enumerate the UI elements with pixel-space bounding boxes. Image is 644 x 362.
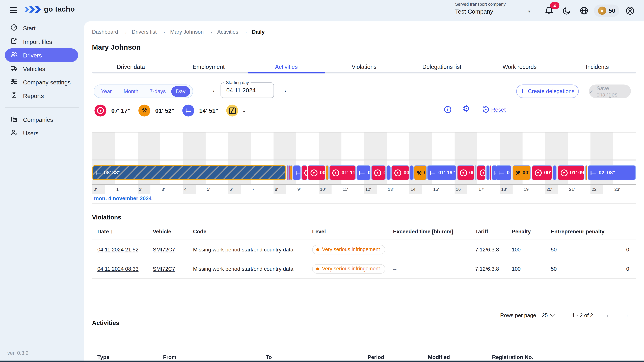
- breadcrumb-dashboard[interactable]: Dashboard: [92, 29, 118, 35]
- violation-date-link[interactable]: 04.11.2024 08:33: [97, 266, 138, 272]
- timeline-segment-driving[interactable]: 01' 09'': [558, 165, 585, 180]
- timeline-segment-driving[interactable]: 00: [457, 165, 474, 180]
- sidebar-item-drivers[interactable]: Drivers: [5, 48, 78, 62]
- sidebar-item-import-files[interactable]: Import files: [5, 35, 78, 48]
- rows-per-page-select[interactable]: 25: [542, 312, 554, 318]
- timeline-segment-rest[interactable]: 01' 19'': [427, 165, 456, 180]
- column-header-period[interactable]: Period: [368, 354, 428, 360]
- timeline-segment-work[interactable]: [475, 165, 476, 180]
- timeline-segment-rest-hatched[interactable]: 08' 33'': [92, 165, 286, 180]
- language-globe-icon[interactable]: [580, 6, 589, 15]
- summary-value: -: [243, 107, 245, 114]
- column-header-to[interactable]: To: [266, 354, 368, 360]
- violation-vehicle-link[interactable]: SMI72C7: [153, 266, 175, 272]
- segment-duration-label: 01' 11'': [342, 170, 356, 176]
- timeline-segment-rest[interactable]: [553, 165, 556, 180]
- arrow-right-icon: →: [242, 29, 248, 35]
- breadcrumb-drivers-list[interactable]: Drivers list: [132, 29, 157, 35]
- chart-date-label[interactable]: mon. 4 november 2024: [94, 195, 152, 201]
- timeline-segment-driving[interactable]: [490, 165, 491, 180]
- timeline-segment-work[interactable]: [326, 165, 329, 180]
- timeline-segment-driving[interactable]: [288, 165, 290, 180]
- period-option-day[interactable]: Day: [171, 86, 190, 97]
- axis-tick: 22': [592, 186, 598, 191]
- gear-icon[interactable]: ⚙: [462, 104, 470, 113]
- summary-value: 14' 51'': [199, 107, 218, 114]
- account-icon[interactable]: [626, 6, 634, 15]
- column-header-registration[interactable]: Registration No.: [492, 354, 613, 360]
- timeline-segment-rest[interactable]: 0: [356, 165, 370, 180]
- violation-level-badge: Very serious infringement: [312, 245, 385, 254]
- column-header-modified[interactable]: Modified: [428, 354, 492, 360]
- timeline-segment-driving[interactable]: 01' 11'': [329, 165, 356, 180]
- tab-active-indicator: [248, 72, 325, 73]
- timeline-segment-driving[interactable]: 00: [391, 165, 409, 180]
- sidebar-item-label: Vehicles: [23, 65, 45, 72]
- sidebar-item-company-settings[interactable]: Company settings: [5, 76, 78, 89]
- violation-date-link[interactable]: 04.11.2024 21:52: [97, 246, 138, 253]
- column-header-type[interactable]: Type: [97, 354, 163, 360]
- sidebar-item-start[interactable]: Start: [5, 21, 78, 35]
- next-day-arrow[interactable]: →: [280, 86, 288, 94]
- starting-day-field[interactable]: Starting day: [220, 82, 274, 98]
- column-header-date[interactable]: Date ↓: [97, 228, 153, 234]
- segment-duration-label: 00': [544, 170, 551, 176]
- column-header-vehicle[interactable]: Vehicle: [153, 228, 193, 234]
- timeline-segment-work[interactable]: [585, 165, 587, 180]
- column-header-exceeded[interactable]: Exceeded time [hh:mm]: [393, 228, 475, 234]
- timeline-segment-work[interactable]: [290, 165, 292, 180]
- sidebar-item-reports[interactable]: Reports: [5, 89, 78, 103]
- timeline-segment-work[interactable]: ⚒00': [512, 165, 531, 180]
- starting-day-input[interactable]: [226, 87, 270, 94]
- info-icon[interactable]: [444, 105, 452, 114]
- sidebar-item-vehicles[interactable]: Vehicles: [5, 62, 78, 76]
- period-option-month[interactable]: Month: [118, 88, 144, 94]
- breadcrumb-driver[interactable]: Mary Johnson: [170, 29, 204, 35]
- prev-day-arrow[interactable]: ←: [212, 86, 218, 94]
- create-delegations-button[interactable]: + Create delegations: [516, 84, 578, 98]
- timeline-segment-work[interactable]: ⚒0: [414, 165, 427, 180]
- period-option-7-days[interactable]: 7-days: [144, 88, 172, 94]
- axis-tick: 12': [365, 186, 371, 191]
- violation-code: Missing work period start/end country da…: [193, 246, 312, 253]
- company-select[interactable]: Served transport company Test Company ▼: [455, 2, 532, 18]
- credits-pill[interactable]: » 50: [594, 4, 619, 17]
- column-header-level[interactable]: Level: [312, 228, 393, 234]
- pagination-prev-button[interactable]: ←: [606, 311, 612, 319]
- column-header-entrepreneur-penalty[interactable]: Entrepreneur penalty: [551, 228, 612, 234]
- column-header-penalty[interactable]: Penalty: [512, 228, 551, 234]
- timeline-segment-driving[interactable]: 00': [308, 165, 325, 180]
- timeline-segment-driving[interactable]: 0: [371, 165, 386, 180]
- violations-header-row: Date ↓ Vehicle Code Level Exceeded time …: [92, 223, 636, 240]
- column-header-from[interactable]: From: [163, 354, 266, 360]
- column-header-tariff[interactable]: Tariff: [475, 228, 512, 234]
- reset-button[interactable]: Reset: [491, 107, 506, 113]
- reset-icon[interactable]: [482, 105, 490, 114]
- dark-mode-moon-icon[interactable]: [562, 6, 572, 15]
- timeline-segment-rest[interactable]: 0: [496, 165, 511, 180]
- pagination-next-button[interactable]: →: [623, 311, 629, 319]
- menu-icon[interactable]: [10, 7, 17, 13]
- axis-tick: 9': [297, 186, 300, 191]
- timeline-segment-rest[interactable]: [486, 165, 490, 180]
- breadcrumb-activities[interactable]: Activities: [217, 29, 238, 35]
- coin-icon: »: [598, 6, 606, 15]
- timeline-segment-driving[interactable]: [286, 165, 288, 180]
- save-changes-button[interactable]: ✓ Save changes: [589, 84, 631, 98]
- timeline-segment-rest[interactable]: [386, 165, 390, 180]
- timeline-segment-rest[interactable]: [410, 165, 414, 180]
- activities-header-row: Type From To Period Modified Registratio…: [92, 350, 636, 362]
- timeline-segment-driving[interactable]: [301, 165, 307, 180]
- timeline-segment-rest[interactable]: 02' 08'': [588, 165, 636, 180]
- violation-vehicle-link[interactable]: SMI72C7: [153, 246, 175, 253]
- violation-row[interactable]: 04.11.2024 21:52SMI72C7Missing work peri…: [92, 240, 636, 259]
- violation-row[interactable]: 04.11.2024 08:33SMI72C7Missing work peri…: [92, 259, 636, 278]
- axis-tick: 13': [388, 186, 394, 191]
- sidebar-item-users[interactable]: Users: [5, 126, 78, 140]
- sidebar-item-companies[interactable]: Companies: [5, 113, 78, 126]
- timeline-segment-rest[interactable]: [293, 165, 301, 180]
- period-option-year[interactable]: Year: [95, 88, 118, 94]
- column-header-code[interactable]: Code: [193, 228, 312, 234]
- timeline-segment-driving[interactable]: [477, 165, 485, 180]
- timeline-segment-driving[interactable]: 00': [532, 165, 552, 180]
